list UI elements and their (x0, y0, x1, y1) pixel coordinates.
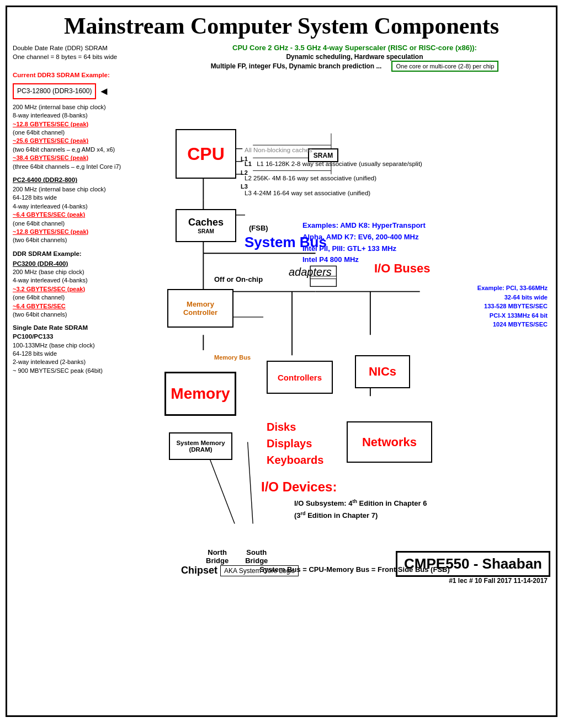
io-subsystem-line1: I/O Subsystem: 4th Edition in Chapter 6 (294, 497, 427, 510)
pc3200-details: 200 MHz (base chip clock) 4-way interlea… (13, 268, 156, 319)
page: Mainstream Computer System Components Do… (0, 0, 563, 728)
memory-controller-box: Memory Controller (167, 289, 233, 328)
sdr-section: Single Date Rate SDRAM PC100/PC133 100-1… (13, 323, 156, 375)
svg-line-27 (248, 442, 253, 524)
left-panel: Double Date Rate (DDR) SDRAM One channel… (13, 44, 159, 595)
l1-desc: L1 16-128K 2-8 way set associative (usua… (257, 160, 422, 167)
keyboards-label: Keyboards (267, 452, 323, 468)
page-title: Mainstream Computer System Components (13, 13, 550, 39)
examples-text: Examples: AMD K8: HyperTransport Alpha, … (302, 220, 426, 266)
memory-bus-label: Memory Bus (214, 354, 251, 361)
ddr-example-section: DDR SDRAM Example: PC3200 (DDR-400) 200 … (13, 249, 156, 319)
memory-controller-label: Memory Controller (183, 300, 217, 317)
one-core-box: One core or multi-core (2-8) per chip (391, 61, 498, 72)
current-example: Current DDR3 SDRAM Example: (13, 71, 156, 79)
networks-box: Networks (347, 421, 432, 463)
io-devices-label: I/O Devices: (261, 479, 337, 495)
memory-box: Memory (164, 372, 236, 416)
io-subsystem: I/O Subsystem: 4th Edition in Chapter 6 … (294, 497, 427, 522)
caches-box: Caches SRAM (176, 209, 236, 242)
l3-tag: L3 (241, 183, 248, 190)
pc2-details: 200 MHz (internal base chip clock) 64-12… (13, 185, 156, 245)
ddr-channel: One channel = 8 bytes = 64 bits wide (13, 52, 156, 61)
outer-border: Mainstream Computer System Components Do… (6, 6, 557, 717)
ddr-section: Double Date Rate (DDR) SDRAM One channel… (13, 44, 156, 171)
right-panel: CPU Core 2 GHz - 3.5 GHz 4-way Superscal… (159, 44, 550, 595)
pc3-box: PC3-12800 (DDR3-1600) (13, 83, 96, 99)
caches-sram: SRAM (198, 228, 214, 234)
pc2-section: PC2-6400 (DDR2-800) 200 MHz (internal ba… (13, 175, 156, 245)
off-onchip: Off or On-chip (214, 275, 263, 283)
examples-line3: Intel PII, PIII: GTL+ 133 MHz (302, 243, 426, 255)
cpu-header-area: CPU Core 2 GHz - 3.5 GHz 4-way Superscal… (159, 44, 550, 72)
diagram: SRAM All Non-blocking caches L1 L1 16-12… (159, 85, 550, 595)
ddr-example-heading: DDR SDRAM Example: (13, 249, 156, 258)
io-subsystem-line2: (3rd Edition in Chapter 7) (294, 510, 427, 522)
l2-desc: L2 256K- 4M 8-16 way set associative (un… (245, 175, 376, 181)
l3-desc: L3 4-24M 16-64 way set associative (unif… (245, 190, 370, 196)
disks-label: Disks (267, 419, 323, 435)
south-bridge: South Bridge (245, 548, 268, 565)
cache-all: All Non-blocking caches (245, 144, 422, 156)
io-buses-label: I/O Buses (374, 261, 430, 276)
bridge-labels: North Bridge South Bridge (206, 548, 268, 565)
fsb-label: (FSB) (249, 224, 268, 232)
pc3200-heading: PC3200 (DDR-400) (13, 259, 156, 268)
arrow-icon: ◄ (98, 83, 109, 99)
l2-tag: L2 (241, 169, 248, 176)
footer-lec: #1 lec # 10 Fall 2017 11-14-2017 (449, 575, 548, 585)
adapters-label: adapters (289, 266, 332, 279)
cpu-box: CPU (176, 129, 236, 179)
cpu-header: CPU Core 2 GHz - 3.5 GHz 4-way Superscal… (159, 44, 550, 52)
caches-label: Caches (188, 217, 224, 228)
ddk-label: Disks Displays Keyboards (267, 419, 323, 468)
content-area: Double Date Rate (DDR) SDRAM One channel… (13, 44, 550, 595)
cpu-sub1: Dynamic scheduling, Hardware speculation (159, 53, 550, 61)
sdr-details: 100-133MHz (base chip clock) 64-128 bits… (13, 341, 156, 376)
displays-label: Displays (267, 435, 323, 452)
footer-bus: System Bus = CPU-Memory Bus = Front Side… (159, 564, 550, 574)
sdr-sub: PC100/PC133 (13, 332, 156, 341)
pci-example: Example: PCI, 33-66MHz 32-64 bits wide 1… (374, 283, 548, 329)
sdr-heading: Single Date Rate SDRAM (13, 323, 156, 332)
l1-tag: L1 (241, 156, 248, 162)
system-memory-label: System Memory (DRAM) (176, 440, 225, 453)
examples-line2: Alpha, AMD K7: EV6, 200-400 MHz (302, 232, 426, 243)
cpu-sub2: Multiple FP, integer FUs, Dynamic branch… (211, 62, 382, 70)
controllers-box: Controllers (267, 361, 333, 394)
north-bridge: North Bridge (206, 548, 229, 565)
cache-info: All Non-blocking caches L1 L1 16-128K 2-… (245, 144, 422, 199)
ddr-heading: Double Date Rate (DDR) SDRAM (13, 44, 156, 52)
nics-box: NICs (355, 355, 410, 388)
pc3-details: 200 MHz (internal base chip clock) 8-way… (13, 103, 156, 171)
system-memory-box: System Memory (DRAM) (169, 432, 232, 460)
pc2-heading: PC2-6400 (DDR2-800) (13, 175, 156, 184)
examples-line1: Examples: AMD K8: HyperTransport (302, 220, 426, 232)
